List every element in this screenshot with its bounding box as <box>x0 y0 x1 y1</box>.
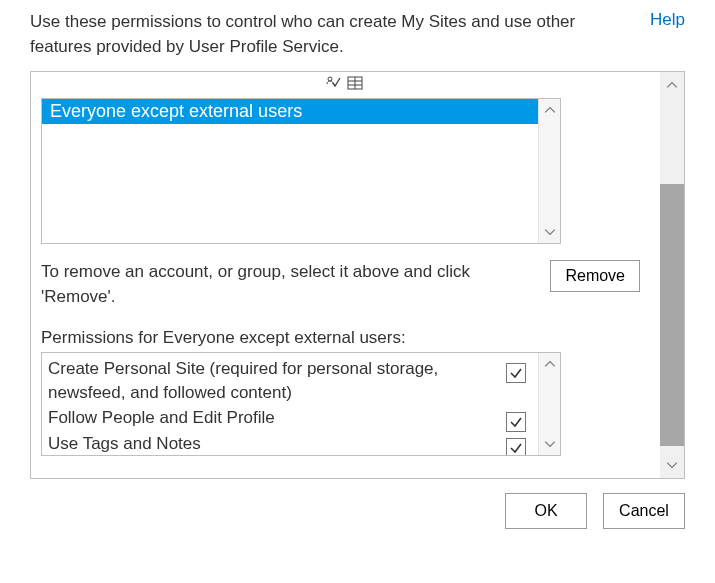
permission-label: Create Personal Site (required for perso… <box>48 357 496 406</box>
cancel-button[interactable]: Cancel <box>603 493 685 529</box>
permission-label: Follow People and Edit Profile <box>48 406 496 431</box>
permission-checkbox[interactable] <box>506 438 526 456</box>
account-list-item[interactable]: Everyone except external users <box>42 99 560 124</box>
permission-checkbox[interactable] <box>506 363 526 383</box>
permission-checkbox[interactable] <box>506 412 526 432</box>
browse-icon[interactable] <box>347 75 363 95</box>
remove-instruction: To remove an account, or group, select i… <box>41 260 536 309</box>
permission-label: Use Tags and Notes <box>48 432 496 456</box>
permission-row: Use Tags and Notes <box>48 432 530 456</box>
header-description: Use these permissions to control who can… <box>30 10 638 59</box>
accounts-listbox[interactable]: Everyone except external users <box>41 98 561 244</box>
permissions-scroll-down-icon[interactable] <box>544 433 556 455</box>
accounts-scroll-down-icon[interactable] <box>544 221 556 243</box>
ok-button[interactable]: OK <box>505 493 587 529</box>
help-link[interactable]: Help <box>650 10 685 30</box>
accounts-scroll-up-icon[interactable] <box>544 99 556 121</box>
permissions-listbox[interactable]: Create Personal Site (required for perso… <box>41 352 561 456</box>
check-names-icon[interactable] <box>325 75 341 95</box>
permissions-scroll-up-icon[interactable] <box>544 353 556 375</box>
permissions-scrollbar[interactable] <box>538 353 560 455</box>
accounts-listbox-scrollbar[interactable] <box>538 99 560 243</box>
panel-scroll-down-icon[interactable] <box>660 452 684 478</box>
remove-button[interactable]: Remove <box>550 260 640 292</box>
permissions-panel: Everyone except external users To remove… <box>30 71 685 479</box>
permissions-label: Permissions for Everyone except external… <box>41 328 670 348</box>
permission-row: Follow People and Edit Profile <box>48 406 530 432</box>
panel-scroll-thumb[interactable] <box>660 184 684 446</box>
toolbar-icons <box>41 72 670 98</box>
panel-scroll-up-icon[interactable] <box>660 72 684 98</box>
permission-row: Create Personal Site (required for perso… <box>48 357 530 406</box>
panel-scrollbar[interactable] <box>660 72 684 478</box>
svg-point-0 <box>328 77 332 81</box>
